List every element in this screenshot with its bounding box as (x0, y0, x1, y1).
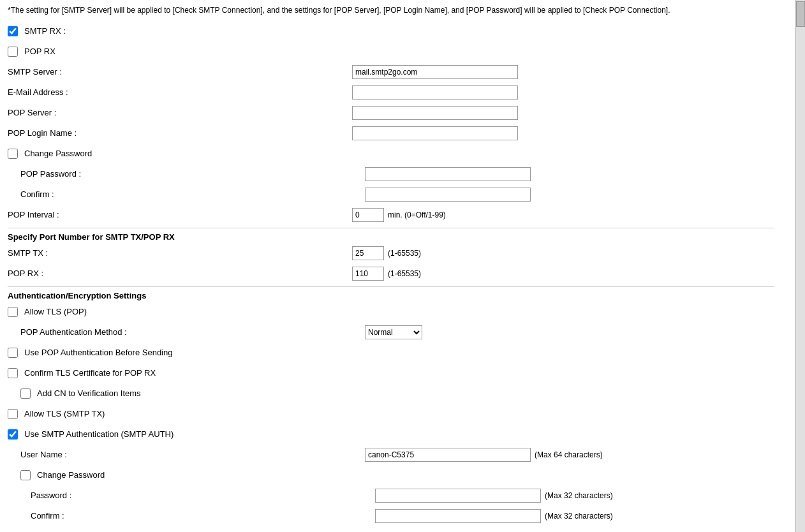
scrollbar[interactable] (795, 0, 805, 532)
pop-rx-port-input[interactable] (352, 267, 384, 281)
pop-interval-hint: min. (0=Off/1-99) (388, 211, 446, 219)
note-text: *The setting for [SMTP Server] will be a… (8, 5, 785, 16)
smtp-change-password-label: Change Password (37, 470, 105, 480)
use-pop-auth-label: Use POP Authentication Before Sending (24, 348, 172, 357)
pop-login-name-label: POP Login Name : (8, 128, 77, 138)
pop-confirm-input[interactable] (365, 188, 531, 202)
smtp-confirm-row: Confirm : (Max 32 characters) (8, 508, 785, 524)
allow-tls-pop-row: Allow TLS (POP) (8, 304, 785, 320)
smtp-password-label: Password : (31, 491, 71, 500)
user-name-hint: (Max 64 characters) (535, 450, 603, 459)
auth-section-divider (8, 286, 774, 287)
pop-interval-row: POP Interval : min. (0=Off/1-99) (8, 207, 785, 223)
smtp-confirm-label: Confirm : (31, 511, 64, 521)
pop-auth-method-label: POP Authentication Method : (20, 327, 127, 337)
allow-tls-pop-checkbox[interactable] (8, 307, 18, 317)
use-smtp-auth-checkbox[interactable] (8, 429, 18, 440)
pop-login-name-row: POP Login Name : (8, 126, 785, 141)
user-name-input[interactable] (365, 448, 531, 462)
pop-login-name-input[interactable] (352, 126, 518, 140)
smtp-password-input[interactable] (375, 489, 541, 503)
smtp-confirm-hint: (Max 32 characters) (545, 512, 613, 521)
pop-rx-port-label: POP RX : (8, 269, 43, 278)
use-smtp-auth-label: Use SMTP Authentication (SMTP AUTH) (24, 429, 174, 439)
pop-auth-method-select[interactable]: Normal APOP CRAM-MD5 (365, 325, 422, 339)
change-password-row: Change Password (8, 146, 785, 161)
allow-tls-smtp-row: Allow TLS (SMTP TX) (8, 406, 785, 422)
use-pop-auth-row: Use POP Authentication Before Sending (8, 345, 785, 360)
email-address-input[interactable] (352, 85, 518, 100)
pop-server-row: POP Server : (8, 105, 785, 121)
scrollbar-thumb[interactable] (796, 1, 805, 27)
smtp-change-password-checkbox[interactable] (20, 470, 31, 480)
smtp-change-password-row: Change Password (8, 468, 785, 483)
smtp-server-row: SMTP Server : (8, 64, 785, 80)
confirm-tls-cert-checkbox[interactable] (8, 368, 18, 378)
smtp-password-row: Password : (Max 32 characters) (8, 488, 785, 503)
user-name-row: User Name : (Max 64 characters) (8, 447, 785, 462)
smtp-tx-label: SMTP TX : (8, 248, 48, 258)
smtp-tx-row: SMTP TX : (1-65535) (8, 246, 785, 261)
pop-server-label: POP Server : (8, 108, 56, 117)
pop-password-row: POP Password : (8, 166, 785, 182)
allow-tls-smtp-label: Allow TLS (SMTP TX) (24, 409, 105, 418)
pop-password-input[interactable] (365, 167, 531, 181)
allow-tls-pop-label: Allow TLS (POP) (24, 307, 87, 316)
smtp-server-input[interactable] (352, 65, 518, 79)
add-cn-label: Add CN to Verification Items (37, 388, 141, 398)
smtp-rx-checkbox[interactable] (8, 26, 18, 36)
pop-rx-checkbox[interactable] (8, 47, 18, 57)
pop-rx-row: POP RX (8, 44, 785, 59)
change-password-checkbox[interactable] (8, 149, 18, 159)
auth-section-title: Authentication/Encryption Settings (8, 291, 785, 300)
port-section-title: Specify Port Number for SMTP TX/POP RX (8, 232, 785, 242)
use-pop-auth-checkbox[interactable] (8, 348, 18, 358)
pop-confirm-row: Confirm : (8, 187, 785, 202)
allow-tls-smtp-checkbox[interactable] (8, 409, 18, 419)
smtp-confirm-input[interactable] (375, 509, 541, 523)
pop-auth-method-row: POP Authentication Method : Normal APOP … (8, 325, 785, 340)
smtp-server-label: SMTP Server : (8, 67, 62, 77)
confirm-tls-cert-row: Confirm TLS Certificate for POP RX (8, 366, 785, 381)
smtp-password-hint: (Max 32 characters) (545, 491, 613, 500)
pop-confirm-label: Confirm : (20, 189, 54, 199)
smtp-tx-hint: (1-65535) (388, 249, 421, 258)
pop-interval-input[interactable] (352, 208, 384, 222)
user-name-label: User Name : (20, 450, 67, 459)
smtp-rx-row: SMTP RX : (8, 24, 785, 39)
pop-server-input[interactable] (352, 106, 518, 120)
confirm-tls-cert-label: Confirm TLS Certificate for POP RX (24, 368, 156, 378)
email-address-label: E-Mail Address : (8, 87, 68, 97)
port-section-divider (8, 228, 774, 228)
email-address-row: E-Mail Address : (8, 85, 785, 100)
change-password-label: Change Password (24, 149, 92, 158)
pop-rx-label: POP RX (24, 47, 55, 56)
add-cn-row: Add CN to Verification Items (8, 386, 785, 401)
pop-password-label: POP Password : (20, 169, 81, 179)
use-smtp-auth-row: Use SMTP Authentication (SMTP AUTH) (8, 427, 785, 442)
add-cn-checkbox[interactable] (20, 388, 31, 399)
smtp-tx-input[interactable] (352, 246, 384, 260)
pop-interval-label: POP Interval : (8, 210, 59, 219)
smtp-rx-label: SMTP RX : (24, 26, 66, 36)
pop-rx-port-hint: (1-65535) (388, 269, 421, 278)
pop-rx-port-row: POP RX : (1-65535) (8, 266, 785, 281)
